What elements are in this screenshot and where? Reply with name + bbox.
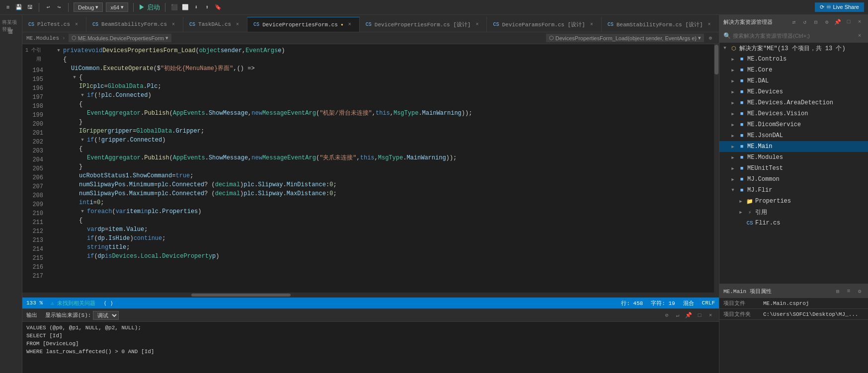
output-close-icon[interactable]: × [706,311,715,320]
close-tab-icon6[interactable]: × [588,21,595,28]
step-into-icon[interactable]: ⬇ [192,3,200,11]
tree-item-properties[interactable]: ▶ 📁 Properties [719,196,868,207]
code-content[interactable]: ▼ private void DevicesPropertiesForm_Loa… [47,44,714,293]
scrollbar-thumb[interactable] [714,45,718,75]
fold-199[interactable]: ▼ [79,92,86,99]
expand-icon[interactable]: ▶ [729,121,736,128]
expand-icon[interactable]: ▶ [729,56,736,63]
tree-item-flircs[interactable]: CS Flir.cs [719,218,868,228]
expand-icon[interactable]: ▶ [729,67,736,74]
run-button[interactable]: ▶ 启动 [139,3,160,12]
platform-btn[interactable]: x64 ▾ [106,2,128,12]
close-tab-icon4[interactable]: × [346,21,353,28]
expand-icon[interactable]: ▶ [729,132,736,139]
tree-item-memodules[interactable]: ▶ ■ ME.Modules [719,152,868,163]
output-wrap-icon[interactable]: ↵ [673,311,682,320]
save-all-icon[interactable]: 🖫 [26,3,34,11]
se-close-icon[interactable]: × [855,17,864,26]
tab-deviceparams[interactable]: CS DeviceParamsForm.cs [设计] × [487,17,601,32]
se-sync-icon[interactable]: ⇄ [789,17,798,26]
sidebar-replace-btn[interactable]: 将某项替换 [2,17,20,35]
tab-taskdal[interactable]: CS TaskDAL.cs × [183,17,247,32]
bc-namespace-btn[interactable]: ⬡ ME.Modules.DevicePropertiesForm ▾ [69,34,172,42]
output-expand-icon[interactable]: □ [695,311,704,320]
step-out-icon[interactable]: ⬆ [203,3,211,11]
main-container: 将某项替换 到工具 CS PlcTest.cs × CS BeamStabili… [0,15,868,373]
expand-icon[interactable]: ▶ [729,154,736,161]
tab-beamstability-design[interactable]: CS BeamStabilityForm.cs [设计] × [602,17,719,32]
output-clear-icon[interactable]: ⊘ [662,311,671,320]
save-icon[interactable]: 💾 [15,3,23,11]
output-source-select[interactable]: 调试 [93,311,119,320]
expand-icon[interactable]: ▶ [729,99,736,106]
tree-item-jsondal[interactable]: ▶ ■ ME.JsonDAL [719,130,868,141]
se-collapse-icon[interactable]: ⊟ [811,17,820,26]
close-tab-icon3[interactable]: × [234,21,241,28]
tree-item-dicom[interactable]: ▶ ■ ME.DicomService [719,119,868,130]
expand-icon[interactable]: ▼ [729,187,736,194]
breakpoint-icon[interactable]: ⬛ [170,3,178,11]
close-tab-icon2[interactable]: × [170,21,177,28]
close-tab-icon5[interactable]: × [473,21,480,28]
tree-view[interactable]: ▼ ⬡ 解决方案"ME"(13 个项目，共 13 个) ▶ ■ ME.Contr… [719,43,868,284]
search-close-icon[interactable]: × [855,31,864,40]
tree-root[interactable]: ▼ ⬡ 解决方案"ME"(13 个项目，共 13 个) [719,43,868,54]
expand-icon[interactable]: ▶ [737,198,744,205]
tree-item-memain[interactable]: ▶ ■ ME.Main [719,141,868,152]
prop-category-icon[interactable]: ≡ [844,287,853,296]
fold-212[interactable]: ▼ [79,208,86,215]
bookmark-icon[interactable]: 🔖 [214,3,222,11]
expand-icon[interactable]: ▶ [729,176,736,183]
tree-item-mjcommon[interactable]: ▶ ■ MJ.Common [719,174,868,185]
se-refresh-icon[interactable]: ↺ [800,17,809,26]
prop-value: C:\Users\SOFC1\Desktop\MJ_... [759,311,868,317]
redo-icon[interactable]: ↪ [55,3,63,11]
expand-icon[interactable]: ▶ [729,143,736,150]
bc-module[interactable]: ME.Modules [26,35,59,41]
menu-file-icon[interactable]: ≡ [4,3,12,11]
item-label: 引用 [755,208,767,217]
expand-icon[interactable]: ▶ [729,110,736,117]
step-over-icon[interactable]: ⬜ [181,3,189,11]
code-line-203: IGripper gripper = GlobalData.Gripper; [79,127,714,136]
fold-197[interactable]: ▼ [71,74,78,81]
expand-editor-icon[interactable]: ⊕ [706,34,715,43]
tree-item-mecore[interactable]: ▶ ■ ME.Core [719,65,868,75]
tab-deviceprops[interactable]: CS DevicePropertiesForm.cs ● × [247,17,360,32]
tree-item-medevices[interactable]: ▶ ■ ME.Devices [719,86,868,97]
bc-method-btn[interactable]: ⬡ DevicesPropertiesForm_Load(object send… [546,34,704,42]
tab-deviceprops-design[interactable]: CS DevicePropertiesForm.cs [设计] × [360,17,487,32]
expand-icon[interactable]: ▶ [729,77,736,84]
expand-icon[interactable]: ▶ [729,88,736,95]
search-solution-input[interactable] [733,33,853,39]
tab-plctest[interactable]: CS PlcTest.cs × [22,17,86,32]
close-tab-icon[interactable]: × [73,21,80,28]
expand-icon[interactable]: ▶ [737,209,744,216]
tree-item-mecontrols[interactable]: ▶ ■ ME.Controls [719,54,868,65]
prop-settings-icon[interactable]: ⚙ [855,287,864,296]
horizontal-scrollbar[interactable] [22,293,719,298]
live-share-button[interactable]: ⟳ ♾ Live Share [815,2,864,12]
tree-item-vision[interactable]: ▶ ■ ME.Devices.Vision [719,108,868,119]
undo-icon[interactable]: ↩ [44,3,52,11]
tree-item-mjflir[interactable]: ▼ ■ MJ.Flir [719,185,868,196]
fold-204[interactable]: ▼ [79,137,86,144]
se-expand-icon[interactable]: □ [844,17,853,26]
se-filter-icon[interactable]: ⚙ [822,17,831,26]
tree-item-medal[interactable]: ▶ ■ ME.DAL [719,75,868,86]
close-tab-icon7[interactable]: × [706,21,713,28]
root-expand-icon[interactable]: ▼ [721,45,728,52]
prop-sort-icon[interactable]: ⊞ [833,287,842,296]
fold-194[interactable]: ▼ [55,47,62,54]
output-pin-icon[interactable]: 📌 [684,311,693,320]
nav-arrows[interactable]: ⟨ ⟩ [103,300,113,306]
h-scrollbar-thumb[interactable] [191,294,291,297]
vertical-scrollbar[interactable] [714,44,719,293]
debug-config-btn[interactable]: Debug ▾ [74,2,103,12]
tree-item-ref[interactable]: ▶ ⚡ 引用 [719,207,868,218]
expand-icon[interactable]: ▶ [729,165,736,172]
tree-item-areadetection[interactable]: ▶ ■ ME.Devices.AreaDetection [719,97,868,108]
se-pin-icon[interactable]: 📌 [833,17,842,26]
tab-beamstability[interactable]: CS BeamStabilityForm.cs × [86,17,183,32]
tree-item-unittest[interactable]: ▶ ■ MEUnitTest [719,163,868,174]
